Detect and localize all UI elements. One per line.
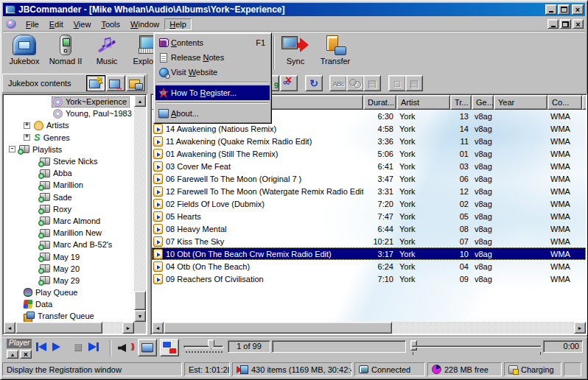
view-jukebox-contents-button[interactable] [86,75,105,91]
scroll-left-button[interactable]: ◄ [4,322,15,334]
jukebox-button[interactable]: Jukebox [6,34,43,71]
menu-help[interactable]: Help [164,18,192,30]
track-row[interactable]: 08 Heavy Mental6:44York08v8agWMA [152,222,586,235]
frame-view-button[interactable] [388,75,406,91]
tree-item[interactable]: Marillion New [4,227,134,239]
tree-item[interactable]: York~Experience [4,96,134,108]
mdi-restore-button[interactable] [560,19,571,29]
view-explorer-button[interactable] [126,75,145,91]
tree-vertical-scrollbar[interactable]: ▲ ▼ [134,95,146,322]
menu-item-about[interactable]: About... [155,106,270,121]
delete-button[interactable] [280,75,298,91]
column-header-ge[interactable]: Ge... [472,95,494,110]
track-row[interactable]: 10 Obt (On The Beach Crw Remix Radio Edi… [152,247,586,260]
display-mode-button[interactable] [160,339,179,356]
menu-item-contents[interactable]: ContentsF1 [155,35,270,50]
shuffle-button[interactable] [346,75,364,91]
edit-list-button[interactable] [363,75,381,91]
transfer-button[interactable]: Transfer [317,34,354,71]
seek-track[interactable] [412,345,542,348]
close-button[interactable]: × [572,4,584,15]
player-close-button[interactable]: × [20,350,32,359]
title-bar[interactable]: JBCommander - [Mike Whelan\Audio\Albums\… [3,3,585,16]
list-horizontal-scrollbar[interactable]: ◄ ► [152,322,586,334]
menu-window[interactable]: Window [125,18,164,30]
track-row[interactable]: 07 Kiss The Sky10:21York07v8agWMA [152,235,586,247]
column-header-durat[interactable]: Durat... [363,95,396,110]
tree-horizontal-scrollbar[interactable]: ◄ ► [4,322,134,334]
scrollbar-thumb[interactable] [134,291,146,310]
track-row[interactable]: 04 Otb (On The Beach)6:24York04v8agWMA [152,260,586,272]
rename-button[interactable] [329,75,347,91]
column-header-co[interactable]: Co... [547,95,582,110]
menu-item-label: Release Notes [171,53,265,62]
track-row[interactable]: 14 Awakening (Natious Remix)4:58York14v8… [152,122,586,135]
tree-item[interactable]: Marc And B-52's [4,239,134,250]
track-row[interactable]: 05 Hearts7:47York05v8agWMA [152,210,586,222]
expand-plus-icon[interactable]: + [24,134,30,141]
tree-item[interactable]: May 19 [4,250,134,262]
tree-item[interactable]: +Genres [4,132,134,144]
track-row[interactable]: 06 Farewell To The Moon (Original 7 )3:4… [152,172,586,185]
menu-item-notes[interactable]: Release Notes [155,50,270,65]
scrollbar-thumb[interactable] [164,322,392,334]
mdi-minimize-button[interactable] [547,19,559,29]
scroll-down-button[interactable]: ▼ [134,310,146,322]
tree-item[interactable]: Transfer Queue [4,310,134,322]
scrollbar-thumb[interactable] [15,322,102,334]
track-row[interactable]: 11 Awakening (Quake Remix Radio Edit)3:3… [152,135,586,147]
collapse-minus-icon[interactable]: - [9,146,15,152]
refresh-button[interactable] [305,75,323,91]
sync-button[interactable]: Sync [277,34,314,71]
track-row[interactable]: 09 Reachers Of Civilisation7:10York09v8a… [152,272,586,285]
tree-item[interactable]: Data [4,298,134,310]
tree-item[interactable]: Marillion [4,179,134,191]
volume-track[interactable] [183,345,223,348]
music-button[interactable]: Music [88,34,125,71]
column-header-artist[interactable]: Artist [396,95,450,110]
previous-track-button[interactable] [36,342,46,351]
column-header-name[interactable] [582,95,586,110]
tree-item[interactable]: Sade [4,191,134,203]
expand-plus-icon[interactable]: + [24,122,30,129]
tree-item[interactable]: Abba [4,167,134,179]
tree-item[interactable]: May 20 [4,263,134,275]
minimize-button[interactable] [545,4,557,15]
next-track-button[interactable] [88,342,99,351]
stop-button[interactable] [74,343,82,351]
player-collapse-button[interactable]: ▲ [7,350,18,359]
menu-view[interactable]: View [69,18,97,30]
details-view-button[interactable] [405,75,423,91]
tree-item[interactable]: Stevie Nicks [4,155,134,167]
scroll-left-button[interactable]: ◄ [152,322,164,334]
mdi-close-button[interactable]: × [573,19,584,29]
tree-item[interactable]: Play Queue [4,286,134,298]
mute-button[interactable] [117,342,133,353]
column-header-year[interactable]: Year [494,95,547,110]
menu-item-website[interactable]: Visit Website [155,65,270,80]
view-transfer-button[interactable] [106,75,125,91]
menu-item-register[interactable]: How To Register... [155,85,270,100]
track-row[interactable]: 12 Farewell To The Moon (Watergate Remix… [152,185,586,197]
scroll-right-button[interactable]: ► [574,322,586,334]
column-header-tr[interactable]: Tr... [450,95,472,110]
track-row[interactable]: 03 Cover Me Feat6:41York03v8agWMA [152,160,586,172]
menu-edit[interactable]: Edit [44,18,69,30]
menu-file[interactable]: File [21,18,44,30]
menu-tools[interactable]: Tools [96,18,125,30]
track-row[interactable]: 01 Awakening (Still The Remix)5:06York01… [152,147,586,160]
monitor-toggle-button[interactable] [138,339,157,356]
tree-item[interactable]: -Playlists [4,144,134,155]
nomad-ii-button[interactable]: Nomad II [47,34,84,71]
tree-item[interactable]: +Artists [4,119,134,131]
tree-item[interactable]: Marc Almond [4,215,134,227]
maximize-button[interactable] [558,4,570,15]
scroll-right-button[interactable]: ► [122,322,134,334]
track-row[interactable]: 02 Fields Of Love (Dubmix)7:20York02v8ag… [152,197,586,210]
play-button[interactable] [52,342,60,351]
tree-item-content: Sade [38,191,75,203]
scroll-up-button[interactable]: ▲ [134,95,146,107]
tree-item[interactable]: May 29 [4,275,134,286]
tree-item[interactable]: Young, Paul~1983 [4,108,134,119]
tree-item[interactable]: Roxy [4,203,134,215]
